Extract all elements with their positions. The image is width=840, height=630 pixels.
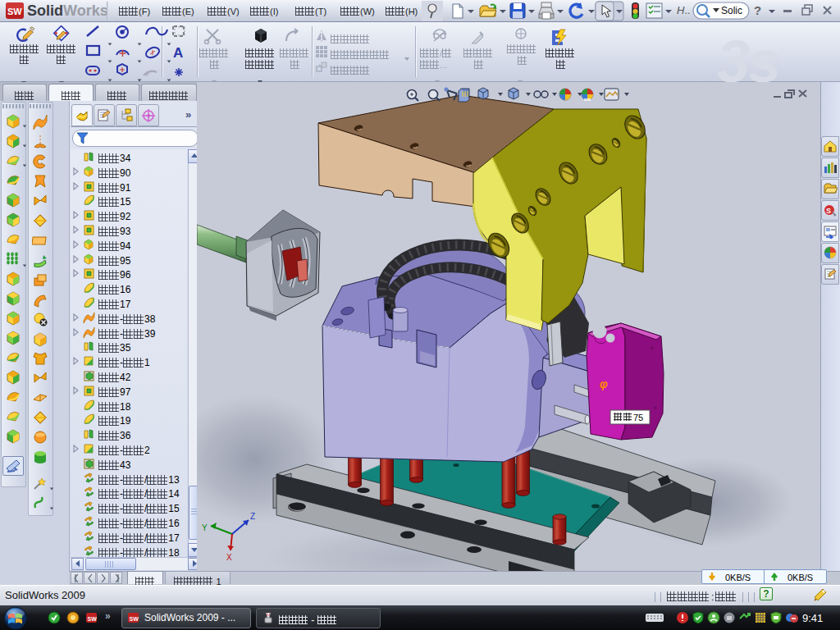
svg-text:S: S — [826, 207, 831, 215]
svg-text:Solic: Solic — [721, 5, 742, 16]
svg-text:75: 75 — [633, 413, 643, 422]
svg-text:H..: H.. — [677, 4, 691, 16]
svg-text:SW: SW — [7, 7, 22, 16]
svg-text:Z: Z — [250, 512, 255, 521]
svg-text:X: X — [226, 553, 232, 562]
svg-text:φ: φ — [600, 377, 608, 390]
svg-text:SW: SW — [88, 616, 98, 622]
svg-text:?: ? — [754, 3, 761, 17]
svg-text:SW: SW — [130, 616, 139, 622]
svg-text:Y: Y — [202, 523, 208, 532]
svg-text:A: A — [173, 45, 183, 61]
